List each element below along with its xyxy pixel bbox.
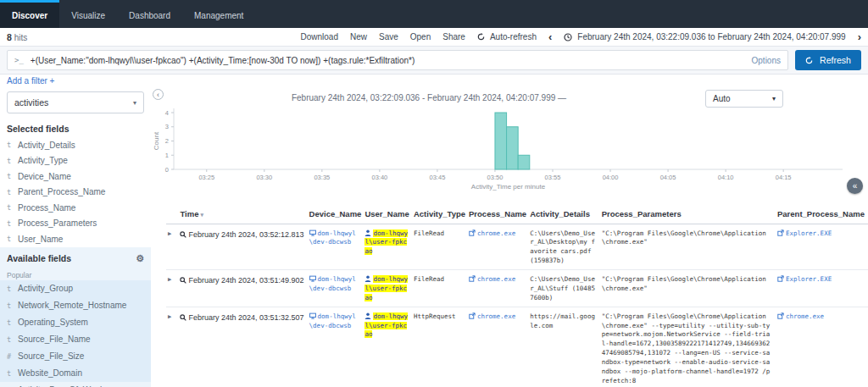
field-item-activity_type[interactable]: tActivity_Type [0, 153, 151, 169]
column-header-process_parameters[interactable]: Process_Parameters [602, 193, 777, 224]
cell-user-name[interactable]: dom-lhqwyl\user-fpkcao [364, 307, 414, 387]
tab-dashboard[interactable]: Dashboard [117, 0, 182, 28]
query-input[interactable] [31, 56, 745, 65]
svg-text:03:40: 03:40 [372, 174, 388, 181]
field-type-icon: t [7, 172, 12, 180]
options-link[interactable]: Options [752, 56, 781, 65]
hits-count: 8 hits [7, 32, 27, 42]
field-item-device_name[interactable]: tDevice_Name [0, 169, 151, 185]
column-header-user_name[interactable]: User_Name [364, 193, 414, 224]
cell-parent-process-name[interactable]: chrome.exe [777, 307, 868, 387]
popular-label: Popular [0, 268, 151, 280]
histogram-bar[interactable] [507, 127, 519, 169]
cell-user-name[interactable]: dom-lhqwyl\user-fpkcao [364, 270, 414, 307]
top-navbar: DiscoverVisualizeDashboardManagement [0, 0, 868, 28]
chart-title: February 24th 2024, 03:22:09.036 - Febru… [151, 93, 707, 102]
query-bar: >_ Options Refresh [0, 47, 868, 75]
cell-activity-details: https://mail.google.com [530, 307, 602, 387]
share-button[interactable]: Share [442, 32, 465, 41]
cell-activity-type: FileRead [414, 224, 469, 270]
gear-icon[interactable]: ⚙ [136, 253, 144, 264]
refresh-button[interactable]: Refresh [795, 50, 861, 70]
query-input-box: >_ Options [7, 50, 788, 70]
field-item-website_domain[interactable]: tWebsite_Domain [0, 365, 151, 382]
field-label: Activity_Group [18, 284, 73, 293]
tab-visualize[interactable]: Visualize [59, 0, 117, 28]
svg-text:Activity_Time per minute: Activity_Time per minute [471, 183, 546, 191]
new-button[interactable]: New [350, 32, 367, 41]
expand-row-button[interactable]: ▶ [166, 307, 180, 387]
tab-discover[interactable]: Discover [0, 0, 59, 28]
column-header-activity_type[interactable]: Activity_Type [414, 193, 469, 224]
time-range-prev-button[interactable]: ‹ [548, 31, 552, 42]
cell-parent-process-name[interactable]: Explorer.EXE [777, 224, 868, 270]
column-header-device_name[interactable]: Device_Name [309, 193, 365, 224]
magnifier-icon [180, 314, 186, 321]
table-row: ▶February 24th 2024, 03:51:49.902dom-lhq… [166, 270, 868, 307]
svg-text:4: 4 [165, 109, 169, 117]
expand-row-button[interactable]: ▶ [166, 224, 180, 270]
download-button[interactable]: Download [300, 32, 337, 41]
svg-text:04:05: 04:05 [660, 174, 676, 181]
user-icon [364, 229, 371, 236]
field-label: Device_Name [18, 172, 71, 181]
histogram-bar[interactable] [518, 155, 530, 169]
field-item-source_file_size[interactable]: #Source_File_Size [0, 348, 151, 365]
field-item-activity_day_of_week[interactable]: #Activity_Day_Of_Week [0, 382, 151, 387]
field-item-source_file_name[interactable]: tSource_File_Name [0, 331, 151, 348]
field-item-parent_process_name[interactable]: tParent_Process_Name [0, 185, 151, 201]
cell-device-name[interactable]: dom-lhqwyl\dev-dbcwsb [309, 307, 365, 387]
time-range-button[interactable]: February 24th 2024, 03:22:09.036 to Febr… [564, 32, 845, 41]
field-item-network_remote_hostname[interactable]: tNetwork_Remote_Hostname [0, 297, 151, 314]
add-filter-button[interactable]: Add a filter + [7, 76, 54, 86]
collapse-button[interactable]: « [847, 178, 863, 194]
expand-row-button[interactable]: ▶ [166, 270, 180, 307]
column-header-parent_process_name[interactable]: Parent_Process_Name [777, 193, 868, 224]
field-item-process_name[interactable]: tProcess_Name [0, 200, 151, 216]
open-link-icon [469, 229, 476, 236]
svg-text:03:50: 03:50 [487, 174, 504, 181]
fields-sidebar: activities ▾ Selected fields tActivity_D… [0, 88, 151, 387]
save-button[interactable]: Save [379, 32, 398, 41]
table-row: ▶February 24th 2024, 03:51:32.507dom-lhq… [166, 307, 868, 387]
documents-table: Time▾Device_NameUser_NameActivity_TypePr… [166, 193, 868, 387]
cell-time[interactable]: February 24th 2024, 03:52:12.813 [180, 224, 309, 270]
column-header-activity_details[interactable]: Activity_Details [530, 193, 602, 224]
field-item-activity_details[interactable]: tActivity_Details [0, 137, 151, 153]
cell-time[interactable]: February 24th 2024, 03:51:32.507 [180, 307, 309, 387]
cell-user-name[interactable]: dom-lhqwyl\user-fpkcao [364, 224, 414, 270]
tab-management[interactable]: Management [182, 0, 255, 28]
cell-activity-type: HttpRequest [414, 307, 469, 387]
svg-text:04:15: 04:15 [776, 174, 792, 181]
field-item-process_parameters[interactable]: tProcess_Parameters [0, 216, 151, 232]
cell-time[interactable]: February 24th 2024, 03:51:49.902 [180, 270, 309, 307]
field-type-icon: t [7, 285, 12, 293]
field-label: Process_Parameters [18, 218, 97, 228]
time-range-next-button[interactable]: › [858, 31, 861, 42]
cell-process-name[interactable]: chrome.exe [469, 307, 530, 387]
table-row: ▶February 24th 2024, 03:52:12.813dom-lhq… [166, 224, 868, 270]
svg-text:3: 3 [165, 123, 169, 130]
column-header-time[interactable]: Time▾ [180, 193, 309, 224]
column-header-process_name[interactable]: Process_Name [469, 193, 530, 224]
field-type-icon: t [7, 141, 12, 149]
cell-process-name[interactable]: chrome.exe [469, 270, 530, 307]
auto-refresh-button[interactable]: Auto-refresh [477, 32, 537, 41]
time-range-label: February 24th 2024, 03:22:09.036 to Febr… [577, 32, 845, 41]
discover-toolbar: 8 hits DownloadNewSaveOpenShare Auto-ref… [0, 28, 868, 47]
field-label: Activity_Type [18, 156, 68, 165]
field-label: Network_Remote_Hostname [18, 301, 126, 310]
cell-process-name[interactable]: chrome.exe [469, 224, 530, 270]
index-pattern-select[interactable]: activities ▾ [7, 91, 144, 113]
open-button[interactable]: Open [410, 32, 431, 41]
field-item-activity_group[interactable]: tActivity_Group [0, 280, 151, 297]
device-icon [309, 312, 316, 319]
field-type-icon: t [7, 235, 12, 243]
cell-device-name[interactable]: dom-lhqwyl\dev-dbcwsb [309, 270, 365, 307]
cell-device-name[interactable]: dom-lhqwyl\dev-dbcwsb [309, 224, 365, 270]
field-type-icon: t [7, 335, 12, 344]
field-item-operating_system[interactable]: tOperating_System [0, 314, 151, 331]
cell-parent-process-name[interactable]: Explorer.EXE [777, 270, 868, 307]
field-item-user_name[interactable]: tUser_Name [0, 231, 151, 247]
histogram-bar[interactable] [495, 113, 507, 169]
